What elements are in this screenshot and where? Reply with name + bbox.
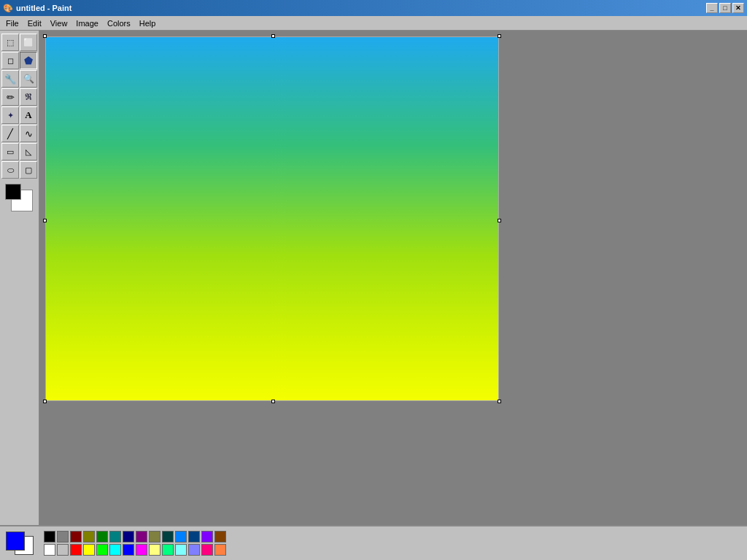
tool-brush[interactable]: 𝕽	[20, 88, 37, 106]
tool-row-5: ✦ A	[1, 106, 37, 124]
tool-curve[interactable]: ∿	[20, 125, 37, 142]
tool-rect[interactable]: ▭	[1, 143, 19, 160]
swatch-white[interactable]	[44, 544, 55, 556]
swatch-teal[interactable]	[109, 531, 121, 542]
tool-airbrush[interactable]: ✦	[1, 106, 19, 124]
tool-zoom[interactable]: 🔍	[20, 70, 37, 88]
menu-edit[interactable]: Edit	[23, 18, 46, 29]
menu-colors[interactable]: Colors	[103, 18, 135, 29]
title-bar: 🎨 untitled - Paint _ □ ✕	[0, 0, 747, 16]
resize-handle-bottom-left[interactable]	[43, 400, 47, 403]
tool-rounded-rect[interactable]: ▢	[20, 161, 37, 179]
swatch-purple[interactable]	[136, 531, 147, 542]
swatch-magenta[interactable]	[136, 544, 147, 556]
color-palette	[44, 531, 226, 556]
swatch-darkblue[interactable]	[188, 531, 200, 542]
paint-canvas[interactable]	[45, 36, 499, 401]
swatch-lightblue[interactable]	[188, 544, 200, 556]
resize-handle-bottom-mid[interactable]	[271, 400, 275, 403]
swatch-black[interactable]	[44, 531, 55, 542]
maximize-button[interactable]: □	[719, 3, 731, 13]
palette-row-1	[44, 531, 226, 542]
resize-handle-top-left[interactable]	[43, 34, 47, 38]
close-button[interactable]: ✕	[732, 3, 744, 13]
tool-row-6: ╱ ∿	[1, 125, 37, 142]
swatch-blue[interactable]	[123, 544, 134, 556]
swatch-lime[interactable]	[96, 544, 108, 556]
swatch-navy[interactable]	[123, 531, 134, 542]
tool-row-4: ✏ 𝕽	[1, 88, 37, 106]
menu-bar: File Edit View Image Colors Help	[0, 16, 747, 31]
tool-line[interactable]: ╱	[1, 125, 19, 142]
tool-select-rect[interactable]: ⬜	[20, 34, 37, 51]
tool-ellipse[interactable]: ⬭	[1, 161, 19, 179]
tool-select-free[interactable]: ⬚	[1, 34, 19, 51]
swatch-red[interactable]	[70, 544, 82, 556]
resize-handle-mid-left[interactable]	[43, 219, 47, 222]
tool-row-2: ◻ ⬟	[1, 52, 37, 69]
canvas-container	[45, 36, 499, 401]
swatch-springgreen[interactable]	[162, 544, 174, 556]
swatch-rose[interactable]	[201, 544, 213, 556]
tool-eraser[interactable]: ◻	[1, 52, 19, 69]
menu-image[interactable]: Image	[71, 18, 103, 29]
swatch-cyan[interactable]	[109, 544, 121, 556]
tool-fill[interactable]: ⬟	[20, 52, 37, 69]
tool-eyedropper[interactable]: 🔧	[1, 70, 19, 88]
tool-polygon[interactable]: ◺	[20, 143, 37, 160]
swatch-lightcyan[interactable]	[175, 544, 187, 556]
color-bar	[0, 525, 747, 560]
swatch-yellow[interactable]	[83, 544, 95, 556]
canvas-area	[39, 31, 747, 525]
minimize-button[interactable]: _	[706, 3, 718, 13]
swatch-silver[interactable]	[57, 544, 69, 556]
toolbox-color-preview	[4, 182, 36, 225]
swatch-violet[interactable]	[201, 531, 213, 542]
swatch-darkred[interactable]	[70, 531, 82, 542]
tool-text[interactable]: A	[20, 106, 37, 124]
menu-help[interactable]: Help	[135, 18, 160, 29]
palette-row-2	[44, 544, 226, 556]
window-title: untitled - Paint	[16, 4, 71, 12]
resize-handle-mid-right[interactable]	[498, 219, 501, 222]
swatch-olive[interactable]	[83, 531, 95, 542]
swatch-orange[interactable]	[214, 544, 226, 556]
tool-pencil[interactable]: ✏	[1, 88, 19, 106]
resize-handle-bottom-right[interactable]	[498, 400, 501, 403]
tool-row-3: 🔧 🔍	[1, 70, 37, 88]
tool-row-7: ▭ ◺	[1, 143, 37, 160]
menu-view[interactable]: View	[46, 18, 72, 29]
resize-handle-top-right[interactable]	[498, 34, 501, 38]
active-foreground-color[interactable]	[6, 532, 25, 551]
swatch-darkteal[interactable]	[162, 531, 174, 542]
toolbox-fg-color[interactable]	[5, 184, 21, 200]
tool-row-8: ⬭ ▢	[1, 161, 37, 179]
tool-row-1: ⬚ ⬜	[1, 34, 37, 51]
active-colors	[4, 530, 36, 556]
swatch-lightyellow[interactable]	[149, 544, 160, 556]
resize-handle-top-mid[interactable]	[271, 34, 275, 38]
toolbox: ⬚ ⬜ ◻ ⬟ 🔧 🔍 ✏ 𝕽 ✦ A ╱ ∿ ▭ ◺ ⬭ ▢	[0, 31, 39, 525]
swatch-darkyellow[interactable]	[149, 531, 160, 542]
swatch-brown[interactable]	[214, 531, 226, 542]
swatch-skyblue[interactable]	[175, 531, 187, 542]
canvas-wrapper	[45, 36, 499, 401]
app-icon: 🎨	[3, 3, 13, 13]
swatch-darkgreen[interactable]	[96, 531, 108, 542]
swatch-gray[interactable]	[57, 531, 69, 542]
window-controls: _ □ ✕	[706, 3, 744, 13]
main-layout: ⬚ ⬜ ◻ ⬟ 🔧 🔍 ✏ 𝕽 ✦ A ╱ ∿ ▭ ◺ ⬭ ▢	[0, 31, 747, 525]
menu-file[interactable]: File	[1, 18, 23, 29]
title-left: 🎨 untitled - Paint	[3, 3, 71, 13]
